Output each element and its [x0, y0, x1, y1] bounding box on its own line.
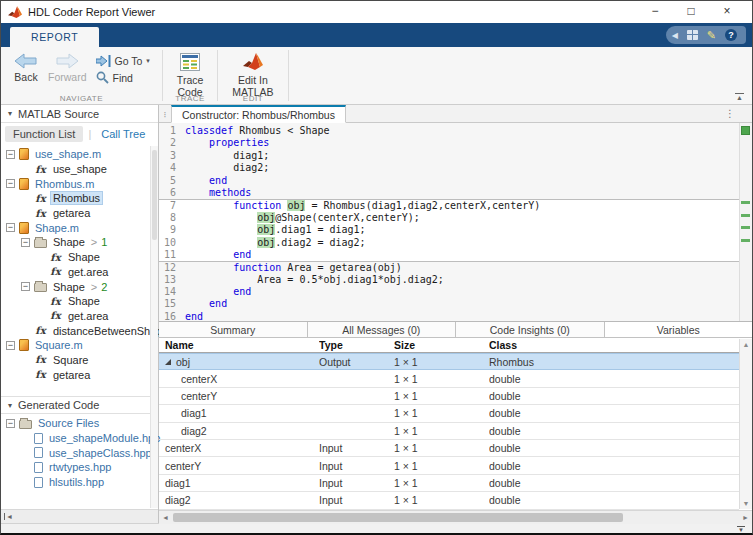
collapse-toggle-icon[interactable]: − [6, 223, 15, 232]
tree-item-rhombus[interactable]: fxRhombus [1, 191, 158, 206]
scroll-left-icon[interactable]: ◄ [4, 513, 13, 520]
scroll-right-icon[interactable]: ► [742, 514, 749, 521]
mfile-icon [19, 222, 29, 234]
message-indicator-bar[interactable] [739, 123, 752, 321]
tree-item-get-area[interactable]: fxget.area [1, 309, 158, 324]
matlab-source-header[interactable]: ▾ MATLAB Source [1, 105, 158, 123]
fx-icon: fx [34, 193, 47, 204]
collapse-toggle-icon[interactable]: − [21, 238, 30, 247]
indicator-status-square[interactable] [741, 126, 750, 135]
maximize-button[interactable]: □ [673, 2, 709, 22]
drag-handle-icon[interactable]: ⁝ [159, 107, 171, 122]
back-button[interactable]: Back [9, 51, 43, 85]
tree-item-rhombus-m[interactable]: −Rhombus.m [1, 176, 158, 191]
indicator-mark[interactable] [741, 201, 750, 204]
function-list-tree: −use_shape.mfxuse_shape−Rhombus.mfxRhomb… [1, 145, 158, 382]
tab-function-list[interactable]: Function List [5, 126, 83, 142]
tree-item-shape[interactable]: fxShape [1, 294, 158, 309]
edit-in-matlab-button[interactable]: Edit In MATLAB [226, 51, 279, 100]
table-row-diag1[interactable]: diag11 × 1double [159, 405, 739, 422]
tree-item-label: Shape [51, 281, 87, 293]
collapse-toggle-icon[interactable]: − [6, 419, 15, 428]
minimize-panel-icon[interactable]: ▼ [737, 526, 745, 532]
tree-item-hlsutils-hpp[interactable]: hlsutils.hpp [1, 475, 158, 490]
tab-call-tree[interactable]: Call Tree [96, 126, 150, 142]
tree-item-use-shapeclass-hpp[interactable]: use_shapeClass.hpp [1, 445, 158, 460]
collapse-triangle-icon[interactable]: ▾ [8, 109, 12, 118]
tree-item-use-shape[interactable]: fxuse_shape [1, 162, 158, 177]
cell-size: 1 × 1 [394, 460, 489, 472]
table-row-centerx[interactable]: centerXInput1 × 1double [159, 440, 739, 457]
tree-item-rtwtypes-hpp[interactable]: rtwtypes.hpp [1, 460, 158, 475]
keyword-token: classdef [185, 125, 233, 136]
tree-item-use-shape-m[interactable]: −use_shape.m [1, 147, 158, 162]
table-vertical-scrollbar[interactable]: ▲ ▼ [739, 339, 752, 509]
column-header-name[interactable]: Name [159, 339, 319, 351]
tree-item-square-m[interactable]: −Square.m [1, 338, 158, 353]
tree-item-shape[interactable]: −Shape > 1 [1, 235, 158, 250]
tab-code-insights-0[interactable]: Code Insights (0) [456, 322, 605, 337]
collapse-chevron-icon[interactable]: ◀ [672, 31, 678, 40]
indicator-mark[interactable] [741, 239, 750, 242]
tree-item-getarea[interactable]: fxgetarea [1, 206, 158, 221]
editor-menu-icon[interactable]: ⋮ [725, 108, 735, 119]
edit-label-line1: Edit In [238, 74, 268, 86]
editor-tab-constructor[interactable]: Constructor: Rhombus/Rhombus [171, 105, 346, 123]
tree-item-shape[interactable]: fxShape [1, 250, 158, 265]
tree-item-shape[interactable]: −Shape > 2 [1, 279, 158, 294]
close-button[interactable]: × [709, 2, 745, 22]
tab-report[interactable]: REPORT [10, 27, 99, 47]
table-row-diag2[interactable]: diag21 × 1double [159, 423, 739, 440]
indicator-mark[interactable] [741, 226, 750, 229]
sidebar-horizontal-scrollbar[interactable]: ◄ [1, 509, 158, 523]
sidebar-vertical-scrollbar[interactable] [150, 146, 158, 508]
column-header-type[interactable]: Type [319, 339, 394, 351]
table-row-centery[interactable]: centerYInput1 × 1double [159, 457, 739, 474]
table-row-diag2[interactable]: diag2Input1 × 1double [159, 492, 739, 509]
help-icon[interactable]: ? [725, 29, 737, 41]
collapse-toggle-icon[interactable]: − [21, 282, 30, 291]
code-area[interactable]: 1classdef Rhombus < Shape2 properties3 d… [159, 123, 739, 321]
scroll-left-icon[interactable]: ◄ [162, 514, 169, 521]
scrollbar-thumb[interactable] [152, 150, 157, 240]
generated-code-header[interactable]: ▾ Generated Code [1, 396, 158, 414]
table-row-centerx[interactable]: centerX1 × 1double [159, 370, 739, 387]
pencil-icon[interactable]: ✎ [707, 30, 716, 41]
minimize-button[interactable]: − [637, 2, 673, 22]
find-button[interactable]: Find [96, 71, 150, 84]
layout-grid-icon[interactable] [687, 30, 698, 40]
scrollbar-thumb[interactable] [173, 513, 623, 522]
goto-button[interactable]: Go To ▾ [96, 55, 150, 67]
collapse-toggle-icon[interactable]: − [6, 341, 15, 350]
forward-button[interactable]: Forward [43, 51, 92, 85]
tree-item-square[interactable]: fxSquare [1, 353, 158, 368]
tree-item-use-shapemodule-hpp[interactable]: use_shapeModule.hpp [1, 431, 158, 446]
fx-icon: fx [49, 252, 62, 263]
cell-size: 1 × 1 [394, 442, 489, 454]
variables-table: objOutput1 × 1RhombuscenterX1 × 1doublec… [159, 353, 739, 510]
table-row-centery[interactable]: centerY1 × 1double [159, 388, 739, 405]
tab-summary[interactable]: Summary [159, 322, 308, 337]
table-row-diag1[interactable]: diag1Input1 × 1double [159, 475, 739, 492]
column-header-size[interactable]: Size [394, 339, 489, 351]
scroll-up-icon[interactable]: ▲ [743, 341, 750, 348]
collapse-triangle-icon[interactable]: ▾ [8, 401, 12, 410]
table-horizontal-scrollbar[interactable]: ◄ ► [159, 510, 752, 524]
indicator-mark[interactable] [741, 214, 750, 217]
tree-item-distancebetweenshapes[interactable]: fxdistanceBetweenShapes [1, 323, 158, 338]
collapse-toggle-icon[interactable]: − [6, 150, 15, 159]
tab-variables[interactable]: Variables [605, 322, 753, 337]
collapse-toolstrip-icon[interactable]: ▲ [735, 93, 744, 100]
tree-item-shape-m[interactable]: −Shape.m [1, 220, 158, 235]
tree-item-get-area[interactable]: fxget.area [1, 265, 158, 280]
scroll-down-icon[interactable]: ▼ [743, 500, 750, 507]
column-header-class[interactable]: Class [489, 339, 739, 351]
code-line-15: 15 end [159, 298, 739, 310]
collapse-toggle-icon[interactable]: − [6, 179, 15, 188]
trace-code-button[interactable]: Trace Code [171, 51, 209, 100]
row-expander-icon[interactable] [165, 359, 171, 365]
tree-item-getarea[interactable]: fxgetarea [1, 367, 158, 382]
tree-item-source-files[interactable]: −Source Files [1, 416, 158, 431]
tab-all-messages-0[interactable]: All Messages (0) [308, 322, 457, 337]
table-row-obj[interactable]: objOutput1 × 1Rhombus [159, 353, 739, 370]
